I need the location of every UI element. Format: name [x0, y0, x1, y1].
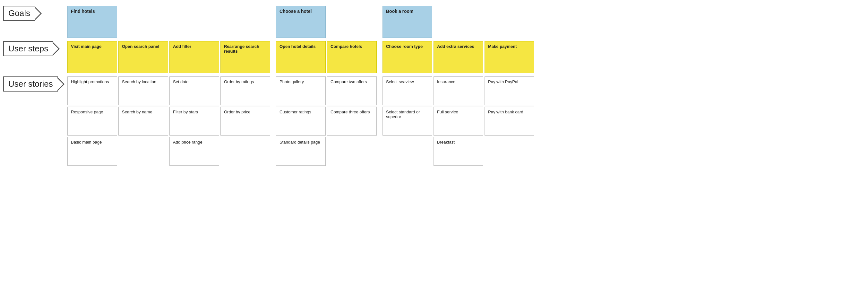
stories-row2-gap-1: [272, 107, 276, 110]
story-breakfast: Breakfast: [434, 137, 483, 166]
main-container: Goals Find hotels Choose a hotel: [0, 0, 868, 175]
steps-gap-1: [272, 41, 276, 44]
steps-row: User steps Visit main page Open search p…: [3, 41, 865, 75]
story-add-price-range: Add price range: [169, 137, 219, 166]
goal-book-room: Book a room: [382, 6, 432, 38]
step-rearrange: Rearrange search results: [220, 41, 270, 73]
goals-label-area: Goals: [3, 6, 67, 21]
step-add-extra: Add extra services: [434, 41, 483, 73]
goals-cells: Find hotels Choose a hotel Book a room: [67, 6, 865, 39]
step-compare-hotels: Compare hotels: [327, 41, 377, 73]
steps-arrow: User steps: [3, 41, 60, 56]
story-select-standard: Select standard or superior: [382, 107, 432, 136]
goal-spacer-1c: [220, 6, 270, 38]
goal-spacer-1b: [169, 6, 219, 38]
story-photo-gallery: Photo gallery: [276, 77, 326, 105]
goal-spacer-3a: [434, 6, 483, 38]
steps-gap-2: [378, 41, 382, 44]
stories-label-box: User stories: [3, 77, 58, 91]
steps-label-box: User steps: [3, 41, 53, 56]
story-full-service: Full service: [434, 107, 483, 136]
stories-gap-2: [378, 77, 382, 80]
goal-spacer-2: [327, 6, 377, 38]
story-select-seaview: Select seaview: [382, 77, 432, 105]
steps-arrow-pointer: [53, 42, 60, 56]
steps-label-text: User steps: [8, 44, 48, 53]
step-choose-room: Choose room type: [382, 41, 432, 73]
story-filter-by-stars: Filter by stars: [169, 107, 219, 136]
story-search-by-name: Search by name: [118, 107, 168, 136]
story-search-by-location: Search by location: [118, 77, 168, 105]
story-compare-two: Compare two offers: [327, 77, 377, 105]
stories-arrow: User stories: [3, 77, 64, 91]
goals-arrow-pointer: [35, 6, 42, 21]
stories-row-2: Responsive page Search by name Filter by…: [67, 107, 535, 137]
stories-row-1: Highlight promotions Search by location …: [67, 77, 535, 107]
story-pay-bank: Pay with bank card: [485, 107, 534, 136]
story-compare-three: Compare three offers: [327, 107, 377, 136]
steps-cells: Visit main page Open search panel Add fi…: [67, 41, 865, 75]
story-customer-ratings: Customer ratings: [276, 107, 326, 136]
step-make-payment: Make payment: [485, 41, 534, 73]
story-responsive-page: Responsive page: [67, 107, 117, 136]
stories-row3-gap-1: [272, 137, 276, 140]
stories-label-text: User stories: [8, 79, 53, 89]
stories-row3-gap-2: [378, 137, 382, 140]
goal-spacer-3b: [485, 6, 534, 38]
goal-find-hotels: Find hotels: [67, 6, 117, 38]
stories-label-area: User stories: [3, 77, 67, 91]
group-gap-2: [378, 6, 382, 9]
story-pay-paypal: Pay with PayPal: [485, 77, 534, 105]
steps-label-area: User steps: [3, 41, 67, 56]
steps-arrow-inner: [52, 43, 58, 55]
goals-row: Goals Find hotels Choose a hotel: [3, 6, 865, 39]
stories-row: User stories Highlight promotions Search…: [3, 77, 865, 167]
goal-choose-hotel: Choose a hotel: [276, 6, 326, 38]
group-gap-1: [272, 6, 276, 9]
goals-arrow-inner: [34, 7, 40, 20]
story-set-date: Set date: [169, 77, 219, 105]
goal-spacer-1a: [118, 6, 168, 38]
stories-arrow-inner: [57, 78, 63, 90]
stories-gap-1: [272, 77, 276, 80]
goals-arrow: Goals: [3, 6, 42, 21]
step-open-hotel: Open hotel details: [276, 41, 326, 73]
goals-label-box: Goals: [3, 6, 35, 21]
stories-row2-gap-2: [378, 107, 382, 110]
story-order-by-ratings: Order by ratings: [220, 77, 270, 105]
step-add-filter: Add filter: [169, 41, 219, 73]
step-visit-main: Visit main page: [67, 41, 117, 73]
story-insurance: Insurance: [434, 77, 483, 105]
stories-row-3: Basic main page Add price range Standard…: [67, 137, 535, 167]
goals-label-text: Goals: [8, 8, 30, 18]
stories-cells: Highlight promotions Search by location …: [67, 77, 865, 167]
story-order-by-price: Order by price: [220, 107, 270, 136]
story-highlight-promotions: Highlight promotions: [67, 77, 117, 105]
stories-arrow-pointer: [57, 77, 64, 91]
step-open-search: Open search panel: [118, 41, 168, 73]
story-standard-details: Standard details page: [276, 137, 326, 166]
story-basic-main-page: Basic main page: [67, 137, 117, 166]
